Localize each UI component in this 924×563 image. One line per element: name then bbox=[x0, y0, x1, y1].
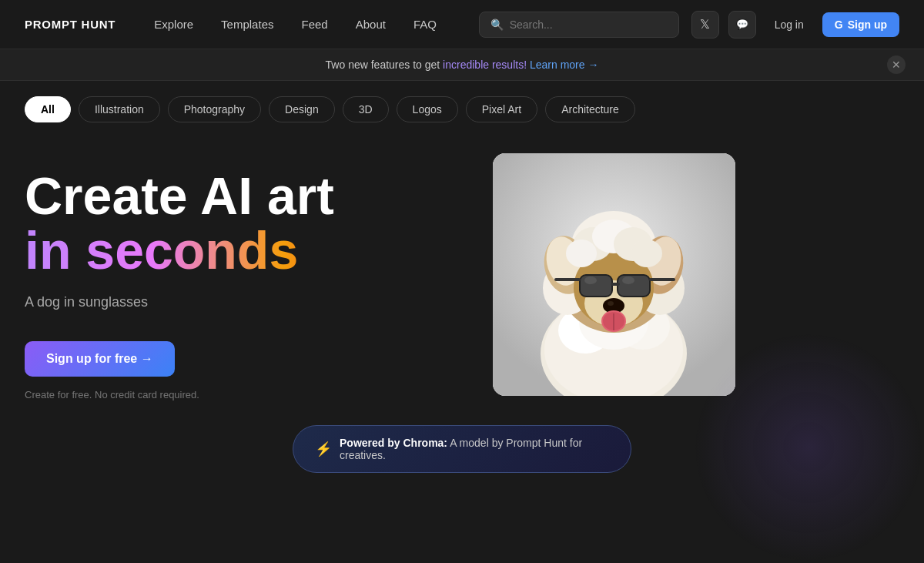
svg-rect-19 bbox=[611, 283, 620, 286]
logo: PROMPT HUNT bbox=[25, 18, 116, 31]
svg-rect-17 bbox=[580, 275, 612, 297]
nav-item-faq[interactable]: FAQ bbox=[403, 12, 447, 37]
category-logos[interactable]: Logos bbox=[397, 96, 458, 122]
category-illustration[interactable]: Illustration bbox=[79, 96, 160, 122]
svg-point-25 bbox=[608, 301, 614, 306]
svg-rect-21 bbox=[649, 278, 675, 281]
navbar: PROMPT HUNT Explore Templates Feed About… bbox=[0, 0, 924, 49]
powered-banner: ⚡ Powered by Chroma: A model by Prompt H… bbox=[293, 425, 631, 473]
banner-close-button[interactable]: ✕ bbox=[887, 55, 906, 74]
hero-image bbox=[493, 153, 735, 396]
powered-text: Powered by Chroma: A model by Prompt Hun… bbox=[340, 437, 609, 461]
banner-learn-more[interactable]: Learn more → bbox=[527, 59, 598, 71]
svg-point-22 bbox=[584, 276, 597, 284]
nav-item-feed[interactable]: Feed bbox=[290, 12, 338, 37]
search-input[interactable] bbox=[510, 18, 668, 31]
login-button[interactable]: Log in bbox=[765, 12, 813, 37]
category-pixel-art[interactable]: Pixel Art bbox=[466, 96, 537, 122]
hero-text: Create AI art in seconds A dog in sungla… bbox=[25, 153, 456, 400]
category-photography[interactable]: Photography bbox=[168, 96, 261, 122]
announcement-banner: Two new features to get incredible resul… bbox=[0, 49, 924, 81]
discord-icon[interactable]: 💬 bbox=[728, 11, 756, 39]
svg-rect-18 bbox=[618, 275, 650, 297]
search-icon: 🔍 bbox=[490, 18, 504, 31]
search-bar: 🔍 bbox=[479, 12, 679, 38]
cta-note: Create for free. No credit card required… bbox=[25, 389, 456, 400]
nav-item-explore[interactable]: Explore bbox=[143, 12, 204, 37]
nav-right: 𝕏 💬 Log in G Sign up bbox=[691, 11, 899, 39]
category-design[interactable]: Design bbox=[269, 96, 335, 122]
category-3d[interactable]: 3D bbox=[343, 96, 389, 122]
hero-title: Create AI art in seconds bbox=[25, 169, 456, 279]
nav-item-about[interactable]: About bbox=[345, 12, 397, 37]
nav-links: Explore Templates Feed About FAQ bbox=[143, 12, 478, 37]
lightning-icon: ⚡ bbox=[315, 441, 332, 457]
main-content: Create AI art in seconds A dog in sungla… bbox=[0, 138, 924, 425]
category-architecture[interactable]: Architecture bbox=[545, 96, 635, 122]
twitter-icon[interactable]: 𝕏 bbox=[691, 11, 719, 39]
powered-section: ⚡ Powered by Chroma: A model by Prompt H… bbox=[0, 425, 924, 491]
svg-point-32 bbox=[566, 240, 597, 267]
cta-button[interactable]: Sign up for free → bbox=[25, 341, 175, 377]
google-icon: G bbox=[835, 18, 843, 31]
banner-text: Two new features to get incredible resul… bbox=[326, 59, 599, 71]
svg-point-23 bbox=[622, 276, 634, 284]
signup-button[interactable]: G Sign up bbox=[822, 12, 899, 37]
category-all[interactable]: All bbox=[25, 96, 71, 122]
svg-rect-20 bbox=[554, 278, 581, 281]
nav-item-templates[interactable]: Templates bbox=[210, 12, 284, 37]
category-bar: All Illustration Photography Design 3D L… bbox=[0, 81, 924, 138]
hero-subtitle: A dog in sunglasses bbox=[25, 294, 456, 310]
svg-point-33 bbox=[631, 240, 662, 267]
dog-illustration bbox=[493, 153, 735, 396]
